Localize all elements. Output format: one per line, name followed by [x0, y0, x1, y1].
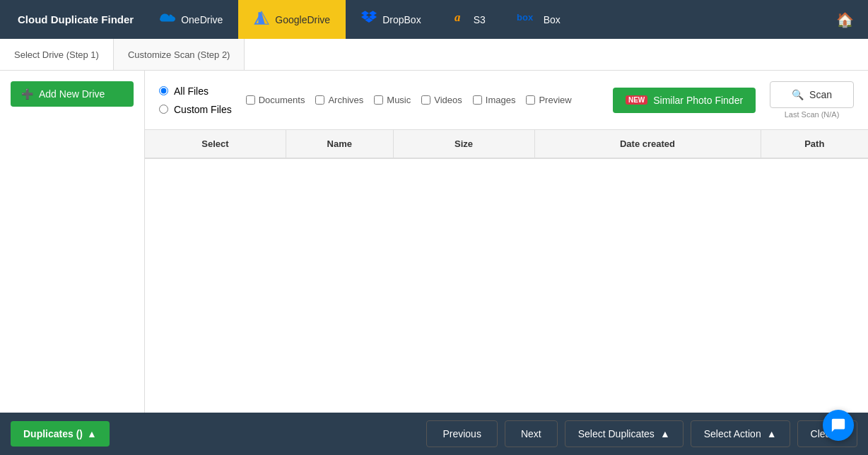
- tab-box-label: Box: [544, 14, 561, 25]
- chevron-up-icon-2: ▲: [660, 428, 670, 439]
- table-header: Select Name Size Date created Path: [145, 130, 868, 159]
- googledrive-icon: [254, 11, 269, 28]
- tab-onedrive[interactable]: OneDrive: [144, 0, 238, 39]
- col-size: Size: [394, 130, 535, 158]
- add-new-drive-button[interactable]: ➕ Add New Drive: [11, 81, 134, 107]
- documents-checkbox-label[interactable]: Documents: [246, 95, 305, 105]
- svg-text:a: a: [454, 11, 460, 24]
- archives-checkbox[interactable]: [315, 95, 324, 105]
- sidebar: ➕ Add New Drive: [0, 71, 145, 413]
- images-checkbox[interactable]: [473, 95, 482, 105]
- images-checkbox-label[interactable]: Images: [473, 95, 516, 105]
- tab-googledrive-label: GoogleDrive: [275, 14, 330, 25]
- file-type-radio-group: All Files Custom Files: [159, 85, 232, 115]
- footer: Duplicates () ▲ Previous Next Select Dup…: [0, 413, 868, 455]
- svg-text:box: box: [517, 12, 534, 23]
- header: Cloud Duplicate Finder OneDrive GoogleD: [0, 0, 868, 39]
- new-badge: NEW: [626, 95, 647, 105]
- preview-checkbox-label[interactable]: Preview: [526, 95, 571, 105]
- home-button[interactable]: 🏠: [829, 11, 861, 28]
- file-type-checkboxes: Documents Archives Music Videos Images: [246, 95, 599, 105]
- box-icon: box: [517, 12, 538, 27]
- select-action-button[interactable]: Select Action ▲: [691, 420, 790, 447]
- tab-googledrive[interactable]: GoogleDrive: [238, 0, 346, 39]
- duplicates-button[interactable]: Duplicates () ▲: [11, 421, 110, 447]
- plus-icon: ➕: [21, 88, 33, 100]
- scan-options: All Files Custom Files Documents Archive…: [145, 71, 868, 130]
- all-files-radio[interactable]: [159, 86, 168, 95]
- dropbox-icon: [361, 11, 377, 28]
- documents-checkbox[interactable]: [246, 95, 255, 105]
- tab-box[interactable]: box Box: [501, 0, 576, 39]
- videos-checkbox-label[interactable]: Videos: [421, 95, 462, 105]
- videos-checkbox[interactable]: [421, 95, 430, 105]
- scan-button[interactable]: 🔍 Scan: [770, 81, 854, 108]
- chevron-up-icon: ▲: [87, 428, 97, 439]
- table-body: [145, 159, 868, 413]
- preview-checkbox[interactable]: [526, 95, 535, 105]
- next-button[interactable]: Next: [505, 420, 558, 447]
- col-date-created: Date created: [535, 130, 761, 158]
- main-layout: ➕ Add New Drive All Files Custom Files: [0, 71, 868, 413]
- scan-button-area: 🔍 Scan Last Scan (N/A): [770, 81, 854, 119]
- tab-dropbox-label: DropBox: [382, 14, 421, 25]
- chat-bubble-button[interactable]: [823, 410, 854, 441]
- all-files-option[interactable]: All Files: [159, 85, 232, 97]
- s3-icon: a: [452, 11, 468, 28]
- similar-photo-finder-button[interactable]: NEW Similar Photo Finder: [613, 88, 756, 113]
- content-area: All Files Custom Files Documents Archive…: [145, 71, 868, 413]
- previous-button[interactable]: Previous: [426, 420, 497, 447]
- chevron-up-icon-3: ▲: [767, 428, 777, 439]
- custom-files-radio[interactable]: [159, 105, 168, 114]
- tab-s3[interactable]: a S3: [437, 0, 501, 39]
- music-checkbox[interactable]: [374, 95, 383, 105]
- search-icon: 🔍: [792, 89, 804, 100]
- nav-tabs: OneDrive GoogleDrive: [144, 0, 829, 39]
- tab-dropbox[interactable]: DropBox: [346, 0, 436, 39]
- select-duplicates-button[interactable]: Select Duplicates ▲: [565, 420, 684, 447]
- col-select: Select: [145, 130, 286, 158]
- step-1: Select Drive (Step 1): [0, 39, 114, 70]
- music-checkbox-label[interactable]: Music: [374, 95, 411, 105]
- archives-checkbox-label[interactable]: Archives: [315, 95, 363, 105]
- col-name: Name: [286, 130, 394, 158]
- brand-title: Cloud Duplicate Finder: [7, 13, 144, 25]
- onedrive-icon: [160, 12, 175, 27]
- custom-files-option[interactable]: Custom Files: [159, 104, 232, 115]
- step-bar: Select Drive (Step 1) Customize Scan (St…: [0, 39, 868, 71]
- step-2: Customize Scan (Step 2): [114, 39, 245, 70]
- tab-s3-label: S3: [474, 14, 486, 25]
- col-path: Path: [761, 130, 869, 158]
- last-scan-text: Last Scan (N/A): [785, 110, 840, 119]
- tab-onedrive-label: OneDrive: [181, 14, 223, 25]
